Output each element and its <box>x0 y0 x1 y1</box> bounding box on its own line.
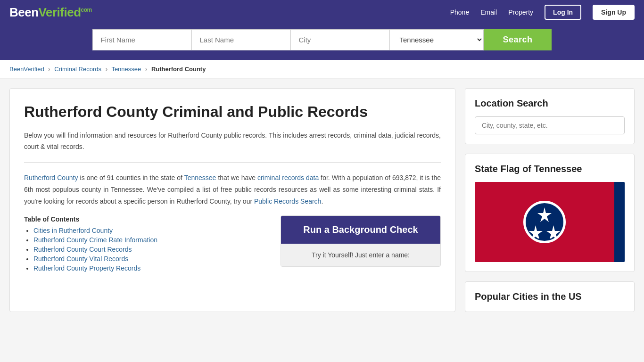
stars-svg <box>528 206 561 239</box>
toc-vital-records[interactable]: Rutherford County Vital Records <box>33 255 128 263</box>
nav-email[interactable]: Email <box>480 8 497 16</box>
toc-column: Table of Contents Cities in Rutherford C… <box>24 215 271 280</box>
header-nav: Phone Email Property Log In Sign Up <box>450 5 635 20</box>
breadcrumb-tennessee[interactable]: Tennessee <box>111 66 141 73</box>
flag-circle <box>523 201 566 243</box>
body-text: Rutherford County is one of 91 counties … <box>24 172 441 208</box>
divider <box>24 162 441 163</box>
signup-button[interactable]: Sign Up <box>593 5 635 20</box>
list-item: Rutherford County Crime Rate Information <box>33 236 271 244</box>
popular-cities-widget: Popular Cities in the US <box>465 281 635 312</box>
flag-title: State Flag of Tennessee <box>475 164 625 174</box>
svg-marker-0 <box>537 207 552 222</box>
toc-cta-row: Table of Contents Cities in Rutherford C… <box>24 215 441 280</box>
toc-list: Cities in Rutherford County Rutherford C… <box>24 227 271 272</box>
breadcrumb-criminal-records[interactable]: Criminal Records <box>54 66 101 73</box>
search-button[interactable]: Search <box>484 29 551 50</box>
first-name-input[interactable] <box>92 29 191 50</box>
tennessee-flag <box>475 182 625 262</box>
location-search-widget: Location Search <box>465 88 635 144</box>
city-input[interactable] <box>290 29 389 50</box>
state-select[interactable]: Tennessee <box>389 29 484 50</box>
list-item: Rutherford County Court Records <box>33 246 271 253</box>
breadcrumb-home[interactable]: BeenVerified <box>9 66 44 73</box>
svg-marker-2 <box>546 225 561 239</box>
toc-court-records[interactable]: Rutherford County Court Records <box>33 246 132 253</box>
breadcrumb-sep-3: › <box>145 66 147 73</box>
stars-container <box>528 206 561 239</box>
logo[interactable]: BeenVerifiedcom <box>9 5 92 20</box>
rutherford-county-link[interactable]: Rutherford County <box>24 174 78 181</box>
nav-phone[interactable]: Phone <box>450 8 469 16</box>
page-title: Rutherford County Criminal and Public Re… <box>24 103 441 121</box>
flag-blue-stripe <box>614 182 625 262</box>
location-search-input[interactable] <box>475 116 625 134</box>
main-container: Rutherford County Criminal and Public Re… <box>0 79 644 321</box>
toc-crime-rate[interactable]: Rutherford County Crime Rate Information <box>33 236 157 244</box>
content-left: Rutherford County Criminal and Public Re… <box>9 88 455 312</box>
toc-property-records[interactable]: Rutherford County Property Records <box>33 264 140 272</box>
toc-cities[interactable]: Cities in Rutherford County <box>33 227 113 234</box>
site-header: BeenVerifiedcom Phone Email Property Log… <box>0 0 644 25</box>
public-records-search-link[interactable]: Public Records Search <box>254 197 321 205</box>
search-bar: Tennessee Search <box>0 25 644 60</box>
svg-marker-1 <box>528 225 543 239</box>
location-search-title: Location Search <box>475 98 625 109</box>
breadcrumb-current: Rutherford County <box>151 66 206 73</box>
login-button[interactable]: Log In <box>545 5 581 20</box>
flag-widget: State Flag of Tennessee <box>465 154 635 272</box>
list-item: Rutherford County Property Records <box>33 264 271 272</box>
sidebar: Location Search State Flag of Tennessee <box>465 88 635 312</box>
criminal-records-link[interactable]: criminal records data <box>257 174 319 181</box>
cta-header: Run a Background Check <box>281 216 440 244</box>
cta-body-text: Try it Yourself! Just enter a name: <box>289 251 433 259</box>
breadcrumb: BeenVerified › Criminal Records › Tennes… <box>0 60 644 79</box>
cta-box: Run a Background Check Try it Yourself! … <box>281 215 441 267</box>
cta-body: Try it Yourself! Just enter a name: <box>281 244 440 266</box>
list-item: Rutherford County Vital Records <box>33 255 271 263</box>
breadcrumb-sep-2: › <box>106 66 107 73</box>
logo-text: BeenVerifiedcom <box>9 5 92 20</box>
popular-cities-title: Popular Cities in the US <box>475 291 625 302</box>
nav-property[interactable]: Property <box>508 8 533 16</box>
breadcrumb-sep-1: › <box>48 66 50 73</box>
list-item: Cities in Rutherford County <box>33 227 271 234</box>
tennessee-link[interactable]: Tennessee <box>184 174 216 181</box>
flag-red-section <box>475 182 614 262</box>
intro-text: Below you will find information and reso… <box>24 130 441 153</box>
toc-heading: Table of Contents <box>24 215 271 223</box>
last-name-input[interactable] <box>191 29 290 50</box>
